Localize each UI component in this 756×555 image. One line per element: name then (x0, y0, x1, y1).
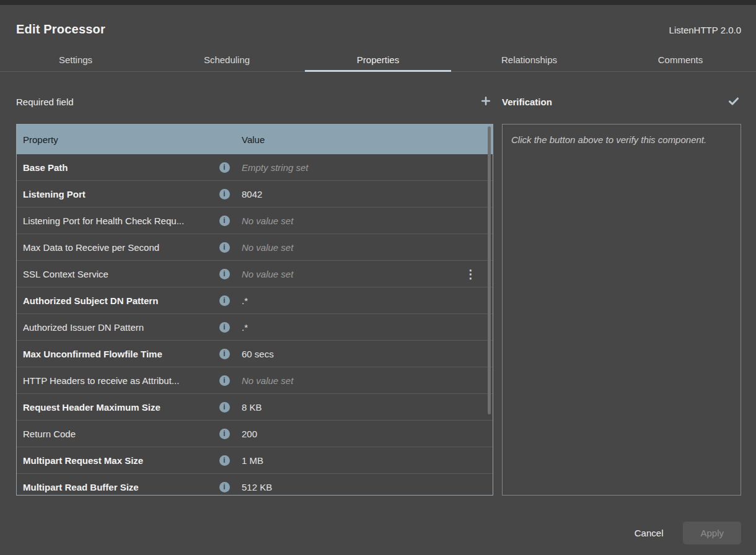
edit-processor-dialog: Edit Processor ListenHTTP 2.0.0 Settings… (0, 5, 756, 555)
property-value: 8042 (242, 189, 262, 199)
info-icon[interactable]: i (219, 322, 230, 333)
property-row[interactable]: Multipart Request Max Sizei1 MB (17, 447, 493, 474)
property-name: Multipart Request Max Size (23, 455, 213, 466)
property-row[interactable]: HTTP Headers to receive as Attribut...iN… (17, 367, 493, 394)
verification-label: Verification (502, 97, 552, 107)
cancel-button[interactable]: Cancel (632, 523, 666, 543)
property-name: Listening Port (23, 189, 213, 199)
properties-section-header: Required field (16, 94, 493, 109)
tab-scheduling[interactable]: Scheduling (151, 48, 302, 71)
property-row[interactable]: Base PathiEmpty string set (17, 154, 493, 181)
property-row[interactable]: Authorized Issuer DN Patterni.* (17, 314, 493, 341)
processor-type-label: ListenHTTP 2.0.0 (669, 24, 741, 37)
property-value: No value set (242, 242, 293, 253)
dialog-title: Edit Processor (16, 21, 105, 37)
property-value: 60 secs (242, 349, 274, 359)
property-row[interactable]: Max Unconfirmed Flowfile Timei60 secs (17, 341, 493, 367)
property-name: Max Unconfirmed Flowfile Time (23, 349, 213, 359)
property-value: No value set (242, 269, 293, 279)
property-value: .* (242, 295, 248, 306)
properties-table-body: Base PathiEmpty string setListening Port… (17, 154, 493, 496)
property-name: Authorized Issuer DN Pattern (23, 322, 213, 333)
plus-icon (481, 96, 491, 108)
property-row[interactable]: Authorized Subject DN Patterni.* (17, 287, 493, 314)
tab-relationships[interactable]: Relationships (454, 48, 605, 71)
info-icon[interactable]: i (219, 402, 230, 413)
verification-results-panel: Click the button above to verify this co… (502, 124, 741, 496)
property-name: Request Header Maximum Size (23, 402, 213, 413)
property-value: Empty string set (242, 162, 309, 173)
info-icon[interactable]: i (219, 429, 230, 439)
property-value: 8 KB (242, 402, 262, 413)
required-field-label: Required field (16, 97, 74, 107)
property-row[interactable]: Max Data to Receive per SecondiNo value … (17, 234, 493, 261)
property-row[interactable]: Return Codei200 (17, 421, 493, 447)
tab-properties[interactable]: Properties (302, 48, 454, 71)
apply-button[interactable]: Apply (683, 522, 741, 544)
property-row[interactable]: Listening Porti8042 (17, 181, 493, 208)
verification-section-header: Verification (502, 94, 741, 109)
properties-column: Required field Property Value Base Pathi… (16, 72, 493, 496)
property-name: Return Code (23, 429, 213, 439)
check-icon (727, 95, 740, 109)
property-name: HTTP Headers to receive as Attribut... (23, 375, 213, 386)
info-icon[interactable]: i (219, 295, 230, 306)
property-row[interactable]: Listening Port for Health Check Requ...i… (17, 208, 493, 234)
add-property-button[interactable] (478, 94, 493, 109)
info-icon[interactable]: i (219, 216, 230, 226)
tab-comments[interactable]: Comments (605, 48, 756, 71)
property-name: Multipart Read Buffer Size (23, 482, 213, 492)
property-value: 200 (242, 429, 257, 439)
verify-button[interactable] (726, 94, 741, 109)
property-row[interactable]: Multipart Read Buffer Sizei512 KB (17, 474, 493, 496)
property-name: Base Path (23, 162, 213, 173)
tab-bar: SettingsSchedulingPropertiesRelationship… (0, 48, 756, 72)
property-value: 512 KB (242, 482, 272, 492)
properties-table: Property Value Base PathiEmpty string se… (16, 124, 493, 496)
info-icon[interactable]: i (219, 455, 230, 466)
properties-table-header: Property Value (17, 125, 493, 154)
property-row[interactable]: SSL Context ServiceiNo value set⋮ (17, 261, 493, 287)
column-header-value: Value (235, 134, 493, 145)
column-header-property: Property (23, 134, 213, 145)
dialog-header: Edit Processor ListenHTTP 2.0.0 (0, 5, 756, 37)
property-value: .* (242, 322, 248, 333)
info-icon[interactable]: i (219, 189, 230, 199)
property-name: Max Data to Receive per Second (23, 242, 213, 253)
info-icon[interactable]: i (219, 242, 230, 253)
properties-tab-panel: Required field Property Value Base Pathi… (0, 72, 756, 496)
property-name: Authorized Subject DN Pattern (23, 295, 213, 306)
verification-column: Verification Click the button above to v… (502, 72, 741, 496)
property-row[interactable]: Request Header Maximum Sizei8 KB (17, 394, 493, 421)
verification-empty-message: Click the button above to verify this co… (511, 133, 732, 147)
property-value: No value set (242, 216, 293, 226)
row-menu-icon[interactable]: ⋮ (465, 268, 477, 280)
info-icon[interactable]: i (219, 162, 230, 173)
tab-settings[interactable]: Settings (0, 48, 151, 71)
property-value: 1 MB (242, 455, 263, 466)
dialog-footer: Cancel Apply (0, 496, 756, 555)
info-icon[interactable]: i (219, 375, 230, 386)
property-name: SSL Context Service (23, 269, 213, 279)
property-name: Listening Port for Health Check Requ... (23, 216, 213, 226)
info-icon[interactable]: i (219, 349, 230, 359)
table-scrollbar[interactable] (488, 126, 491, 414)
property-value: No value set (242, 375, 293, 386)
info-icon[interactable]: i (219, 269, 230, 279)
info-icon[interactable]: i (219, 482, 230, 492)
